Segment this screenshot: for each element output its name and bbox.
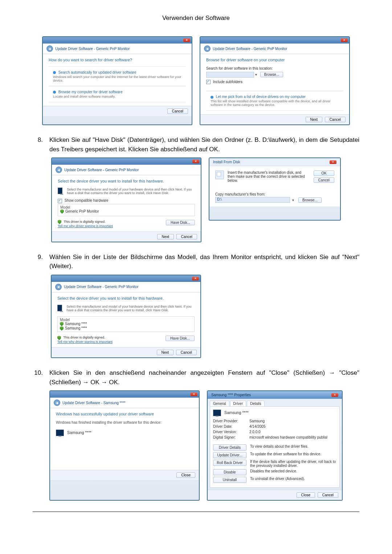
signed-text: This driver is digitally signed. <box>64 220 105 223</box>
update-driver-desc: To update the driver software for this d… <box>250 452 321 456</box>
list-item[interactable]: Samsung **** <box>60 322 192 326</box>
option-let-me-pick[interactable]: Let me pick from a list of device driver… <box>206 91 343 111</box>
have-disk-button[interactable]: Have Disk... <box>166 336 195 341</box>
step-number: 10. <box>33 368 43 387</box>
close-icon[interactable]: ✕ <box>330 160 336 164</box>
have-disk-button[interactable]: Have Disk... <box>166 220 195 225</box>
monitor-icon <box>213 410 221 416</box>
monitor-icon <box>57 305 62 311</box>
next-button[interactable]: Next <box>157 350 174 355</box>
path-input[interactable] <box>206 72 254 78</box>
step-number: 8. <box>33 135 43 154</box>
dialog-title: Select the device driver you want to ins… <box>57 296 195 300</box>
dialog-update-success: ✕ ◄ Update Driver Software - Samsung ***… <box>49 390 200 501</box>
dialog-properties: Samsung **** Properties ✕ General Driver… <box>207 390 343 501</box>
uninstall-button[interactable]: Uninstall <box>213 477 246 483</box>
option-search-auto[interactable]: Search automatically for updated driver … <box>49 66 186 86</box>
breadcrumb: Update Driver Software - Generic PnP Mon… <box>213 47 287 51</box>
dialog-subtext: Select the manufacturer and model of you… <box>66 305 195 312</box>
breadcrumb: Update Driver Software - Generic PnP Mon… <box>64 168 139 172</box>
model-header: Model <box>60 318 192 322</box>
cancel-button[interactable]: Cancel <box>176 350 197 355</box>
breadcrumb: Update Driver Software - Generic PnP Mon… <box>55 47 130 51</box>
model-list[interactable]: Model Generic PnP Monitor <box>58 204 195 216</box>
close-icon[interactable]: ✕ <box>183 38 190 42</box>
step-text: Wählen Sie in der Liste der Bildschirme … <box>49 253 359 271</box>
dialog-question: How do you want to search for driver sof… <box>49 58 186 62</box>
close-icon[interactable]: ✕ <box>341 38 348 42</box>
close-icon[interactable]: ✕ <box>331 393 338 397</box>
back-icon[interactable]: ◄ <box>54 399 60 406</box>
breadcrumb: Update Driver Software - Generic PnP Mon… <box>64 285 138 289</box>
cancel-button[interactable]: Cancel <box>167 108 188 114</box>
back-icon[interactable]: ◄ <box>46 45 53 52</box>
monitor-icon <box>56 430 64 436</box>
cancel-button[interactable]: Cancel <box>325 117 346 122</box>
close-icon[interactable]: ✕ <box>192 160 199 163</box>
breadcrumb: Update Driver Software - Samsung **** <box>62 401 125 405</box>
next-button[interactable]: Next <box>157 234 174 239</box>
browse-button[interactable]: Browse... <box>298 197 322 203</box>
dialog-title: Install From Disk <box>213 160 240 164</box>
device-name: Samsung **** <box>224 410 249 415</box>
device-name: Samsung **** <box>67 430 91 435</box>
arrow-icon <box>211 96 213 99</box>
disable-desc: Disables the selected device. <box>250 469 297 473</box>
driver-signing-link[interactable]: Tell me why driver signing is important <box>58 224 113 228</box>
label-provider: Driver Provider: <box>213 419 246 423</box>
dialog-title: Browse for driver software on your compu… <box>206 58 343 62</box>
tab-general[interactable]: General <box>210 401 229 406</box>
browse-button[interactable]: Browse... <box>260 72 283 77</box>
step-text: Klicken Sie auf "Have Disk" (Datenträger… <box>49 135 359 154</box>
back-icon[interactable]: ◄ <box>204 45 211 52</box>
dialog-subtext: Select the manufacturer and model of you… <box>67 188 195 195</box>
close-icon[interactable]: ✕ <box>192 277 199 280</box>
shield-icon <box>60 326 64 331</box>
cancel-button[interactable]: Cancel <box>314 177 334 183</box>
rollback-button[interactable]: Roll Back Driver <box>213 460 246 466</box>
include-subfolders-checkbox[interactable] <box>206 80 211 84</box>
page-header: Verwenden der Software <box>33 15 359 22</box>
shield-icon <box>60 322 64 326</box>
path-input[interactable]: D:\ <box>215 197 290 203</box>
update-driver-button[interactable]: Update Driver... <box>213 452 246 458</box>
back-icon[interactable]: ◄ <box>56 167 62 173</box>
dialog-update-search: ✕ ◄ Update Driver Software - Generic PnP… <box>42 36 192 125</box>
driver-signing-link[interactable]: Tell me why driver signing is important <box>57 340 113 344</box>
dialog-title: Windows has successfully updated your dr… <box>56 412 193 416</box>
dialog-browse-driver: ✕ ◄ Update Driver Software - Generic PnP… <box>200 36 350 125</box>
dialog-title: Select the device driver you want to ins… <box>58 179 195 183</box>
search-location-label: Search for driver software in this locat… <box>206 66 343 70</box>
dialog-install-from-disk: Install From Disk ✕ Insert the manufactu… <box>209 157 341 221</box>
option-browse-computer[interactable]: Browse my computer for driver software L… <box>49 86 186 102</box>
value-signer: microsoft windows hardware compatibility… <box>249 435 327 439</box>
dialog-title: Samsung **** Properties <box>211 393 251 397</box>
cancel-button[interactable]: Cancel <box>318 492 338 498</box>
close-button[interactable]: Close <box>297 492 315 498</box>
list-item[interactable]: Samsung **** <box>60 326 192 331</box>
shield-icon <box>58 220 61 224</box>
shield-icon <box>60 209 64 214</box>
close-icon[interactable]: ✕ <box>191 393 197 396</box>
include-subfolders-label: Include subfolders <box>213 80 242 84</box>
dialog-select-model: ✕ ◄ Update Driver Software - Generic PnP… <box>51 275 201 358</box>
model-header: Model <box>60 205 192 209</box>
driver-details-button[interactable]: Driver Details <box>213 444 246 451</box>
next-button[interactable]: Next <box>306 117 323 122</box>
show-compatible-checkbox[interactable] <box>58 199 62 203</box>
ok-button[interactable]: OK <box>314 171 334 176</box>
disk-icon <box>215 171 224 179</box>
close-button[interactable]: Close <box>176 472 195 478</box>
rollback-desc: If the device fails after updating the d… <box>250 460 336 468</box>
value-provider: Samsung <box>249 419 265 423</box>
model-list[interactable]: Model Samsung **** Samsung **** <box>57 316 195 332</box>
disable-button[interactable]: Disable <box>213 469 246 475</box>
list-item[interactable]: Generic PnP Monitor <box>60 209 192 214</box>
back-icon[interactable]: ◄ <box>55 284 62 290</box>
cancel-button[interactable]: Cancel <box>176 234 197 239</box>
arrow-icon <box>53 91 56 94</box>
tab-details[interactable]: Details <box>247 401 265 406</box>
dialog-select-driver: ✕ ◄ Update Driver Software - Generic PnP… <box>51 157 201 242</box>
footer-divider <box>33 512 359 512</box>
tab-driver[interactable]: Driver <box>230 401 246 406</box>
